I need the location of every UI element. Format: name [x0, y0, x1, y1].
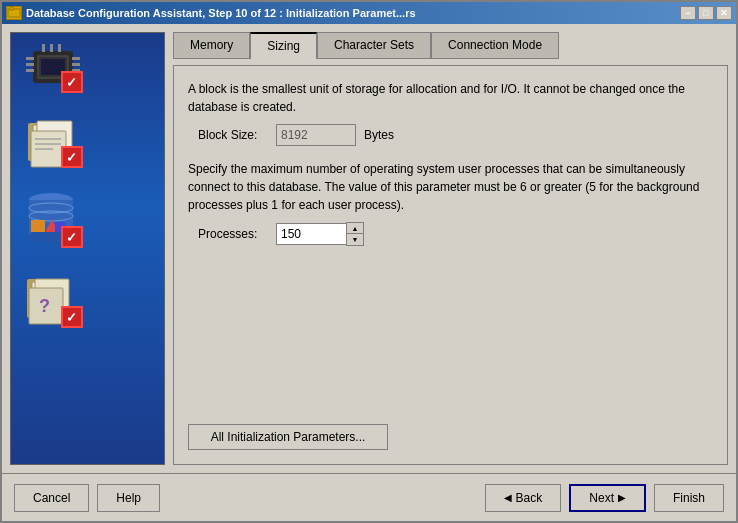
left-item-files: ? ✓ — [23, 268, 153, 328]
svg-rect-6 — [26, 63, 34, 66]
left-item-chip: ✓ — [23, 43, 153, 93]
block-size-input[interactable] — [276, 124, 356, 146]
tab-connection-mode[interactable]: Connection Mode — [431, 32, 559, 59]
svg-rect-7 — [26, 69, 34, 72]
main-content: ✓ — [2, 24, 736, 473]
right-panel: Memory Sizing Character Sets Connection … — [173, 32, 728, 465]
tab-sizing[interactable]: Sizing — [250, 32, 317, 60]
close-button[interactable]: ✕ — [716, 6, 732, 20]
check-badge-1: ✓ — [61, 71, 83, 93]
processes-label: Processes: — [198, 227, 268, 241]
processes-section: Specify the maximum number of operating … — [188, 160, 713, 246]
svg-rect-13 — [58, 44, 61, 52]
window-title: Database Configuration Assistant, Step 1… — [26, 7, 416, 19]
help-button[interactable]: Help — [97, 484, 160, 512]
titlebar-buttons: − □ ✕ — [680, 6, 732, 20]
spinner-up-button[interactable]: ▲ — [347, 223, 363, 234]
back-button[interactable]: ◀ Back — [485, 484, 562, 512]
all-params-container: All Initialization Parameters... — [188, 420, 713, 450]
svg-rect-12 — [50, 44, 53, 52]
block-size-section: A block is the smallest unit of storage … — [188, 80, 713, 146]
left-panel: ✓ — [10, 32, 165, 465]
check-badge-4: ✓ — [61, 306, 83, 328]
tab-memory[interactable]: Memory — [173, 32, 250, 59]
spinner-buttons: ▲ ▼ — [346, 222, 364, 246]
bottom-nav-buttons: ◀ Back Next ▶ Finish — [485, 484, 724, 512]
maximize-button[interactable]: □ — [698, 6, 714, 20]
block-size-label: Block Size: — [198, 128, 268, 142]
block-size-unit: Bytes — [364, 128, 394, 142]
block-size-description: A block is the smallest unit of storage … — [188, 80, 713, 116]
tabs-container: Memory Sizing Character Sets Connection … — [173, 32, 728, 59]
titlebar-left: Database Configuration Assistant, Step 1… — [6, 6, 416, 20]
next-arrow-icon: ▶ — [618, 492, 626, 503]
svg-rect-27 — [31, 220, 45, 232]
svg-rect-11 — [42, 44, 45, 52]
cancel-button[interactable]: Cancel — [14, 484, 89, 512]
check-badge-2: ✓ — [61, 146, 83, 168]
svg-rect-5 — [26, 57, 34, 60]
svg-rect-8 — [72, 57, 80, 60]
spinner-down-button[interactable]: ▼ — [347, 234, 363, 245]
bottom-bar: Cancel Help ◀ Back Next ▶ Finish — [2, 473, 736, 521]
finish-button[interactable]: Finish — [654, 484, 724, 512]
bottom-left-buttons: Cancel Help — [14, 484, 160, 512]
left-item-db: ✓ — [23, 188, 153, 248]
titlebar: Database Configuration Assistant, Step 1… — [2, 2, 736, 24]
left-item-folder: ✓ — [23, 113, 153, 168]
svg-rect-9 — [72, 63, 80, 66]
back-arrow-icon: ◀ — [504, 492, 512, 503]
tab-content: A block is the smallest unit of storage … — [173, 65, 728, 465]
spacer — [188, 260, 713, 406]
processes-spinner: ▲ ▼ — [276, 222, 364, 246]
app-icon — [6, 6, 22, 20]
processes-input[interactable] — [276, 223, 346, 245]
all-params-button[interactable]: All Initialization Parameters... — [188, 424, 388, 450]
processes-description: Specify the maximum number of operating … — [188, 160, 713, 214]
svg-rect-1 — [10, 7, 13, 10]
next-button[interactable]: Next ▶ — [569, 484, 646, 512]
tab-character-sets[interactable]: Character Sets — [317, 32, 431, 59]
main-window: Database Configuration Assistant, Step 1… — [0, 0, 738, 523]
minimize-button[interactable]: − — [680, 6, 696, 20]
svg-text:?: ? — [39, 296, 50, 316]
check-badge-3: ✓ — [61, 226, 83, 248]
